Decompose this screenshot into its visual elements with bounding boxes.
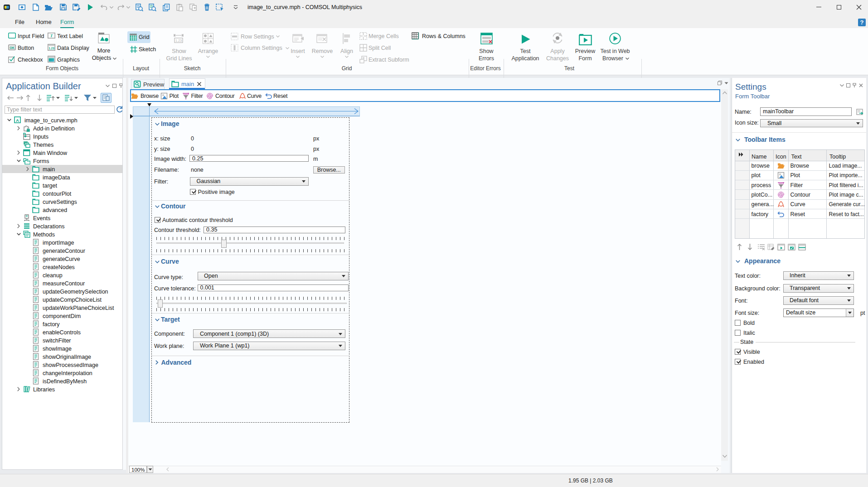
svg-text:T: T [50, 34, 53, 38]
svg-text:OK: OK [10, 46, 15, 49]
svg-text:1.23: 1.23 [175, 39, 182, 43]
svg-text:1.23: 1.23 [48, 47, 54, 50]
